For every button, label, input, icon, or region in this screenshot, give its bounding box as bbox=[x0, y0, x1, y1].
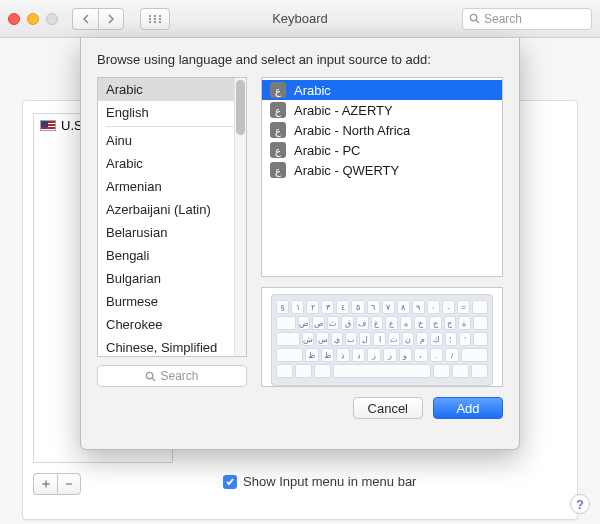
key: ز bbox=[367, 348, 381, 362]
key: ٩ bbox=[412, 300, 425, 314]
svg-point-7 bbox=[154, 21, 156, 23]
zoom-window-button[interactable] bbox=[46, 13, 58, 25]
language-item[interactable]: Ainu bbox=[98, 129, 246, 152]
back-button[interactable] bbox=[72, 8, 98, 30]
key: ١ bbox=[291, 300, 304, 314]
language-list[interactable]: ArabicEnglishAinuArabicArmenianAzerbaija… bbox=[97, 77, 247, 357]
key: ٤ bbox=[336, 300, 349, 314]
toolbar-search-input[interactable]: Search bbox=[462, 8, 592, 30]
key: ف bbox=[356, 316, 369, 330]
arabic-layout-icon: ع bbox=[270, 122, 286, 138]
scrollbar-thumb[interactable] bbox=[236, 80, 245, 135]
key: د bbox=[352, 348, 366, 362]
language-item[interactable]: Arabic bbox=[98, 78, 246, 101]
key: § bbox=[276, 300, 289, 314]
add-input-source-sheet: Browse using language and select an inpu… bbox=[80, 38, 520, 450]
nav-buttons bbox=[72, 8, 124, 30]
key: ' bbox=[459, 332, 471, 346]
key: ض bbox=[298, 316, 311, 330]
search-icon bbox=[145, 371, 156, 382]
show-input-menu-option[interactable]: Show Input menu in menu bar bbox=[223, 474, 416, 489]
key: ة bbox=[458, 316, 471, 330]
show-all-button[interactable] bbox=[140, 8, 170, 30]
minimize-window-button[interactable] bbox=[27, 13, 39, 25]
language-item[interactable]: Arabic bbox=[98, 152, 246, 175]
key: ث bbox=[327, 316, 340, 330]
key: ه bbox=[400, 316, 413, 330]
key: ك bbox=[430, 332, 442, 346]
language-item[interactable]: Armenian bbox=[98, 175, 246, 198]
language-item[interactable]: Cherokee bbox=[98, 313, 246, 336]
arabic-layout-icon: ع bbox=[270, 82, 286, 98]
key: ٢ bbox=[306, 300, 319, 314]
show-input-menu-label: Show Input menu in menu bar bbox=[243, 474, 416, 489]
key: ط bbox=[321, 348, 335, 362]
window-controls bbox=[8, 13, 58, 25]
input-source-candidate[interactable]: عArabic - PC bbox=[262, 140, 502, 160]
key: ظ bbox=[305, 348, 319, 362]
chevron-left-icon bbox=[82, 14, 90, 24]
arabic-layout-icon: ع bbox=[270, 142, 286, 158]
checkbox-checked-icon bbox=[223, 475, 237, 489]
key: ح bbox=[429, 316, 442, 330]
input-source-candidates[interactable]: عArabicعArabic - AZERTYعArabic - North A… bbox=[261, 77, 503, 277]
chevron-right-icon bbox=[107, 14, 115, 24]
key: ٨ bbox=[397, 300, 410, 314]
input-source-candidate-label: Arabic - North Africa bbox=[294, 123, 410, 138]
key: و bbox=[399, 348, 413, 362]
add-button-label: Add bbox=[456, 401, 479, 416]
key: خ bbox=[414, 316, 427, 330]
language-item[interactable]: Belarusian bbox=[98, 221, 246, 244]
key: ا bbox=[373, 332, 385, 346]
svg-point-5 bbox=[159, 18, 161, 20]
help-button[interactable]: ? bbox=[570, 494, 590, 514]
key: = bbox=[457, 300, 470, 314]
sheet-search-placeholder: Search bbox=[160, 369, 198, 383]
language-item[interactable]: Bengali bbox=[98, 244, 246, 267]
key: م bbox=[416, 332, 428, 346]
key: ي bbox=[331, 332, 343, 346]
input-source-candidate[interactable]: عArabic - AZERTY bbox=[262, 100, 502, 120]
key: ٠ bbox=[427, 300, 440, 314]
arabic-layout-icon: ع bbox=[270, 162, 286, 178]
language-item[interactable]: Chinese, Simplified bbox=[98, 336, 246, 357]
forward-button[interactable] bbox=[98, 8, 124, 30]
input-source-candidate-label: Arabic - QWERTY bbox=[294, 163, 399, 178]
add-button[interactable]: Add bbox=[433, 397, 503, 419]
remove-source-button[interactable]: － bbox=[57, 473, 81, 495]
language-item[interactable]: Burmese bbox=[98, 290, 246, 313]
key: . bbox=[430, 348, 444, 362]
input-source-candidate[interactable]: عArabic bbox=[262, 80, 502, 100]
language-item[interactable]: Azerbaijani (Latin) bbox=[98, 198, 246, 221]
svg-point-6 bbox=[149, 21, 151, 23]
add-source-button[interactable]: ＋ bbox=[33, 473, 57, 495]
cancel-button[interactable]: Cancel bbox=[353, 397, 423, 419]
input-source-candidate-label: Arabic - PC bbox=[294, 143, 360, 158]
keyboard-preview: §١٢٣٤٥٦٧٨٩٠-=ضصثقفغعهخحجةشسيبلاتنمك؛'ظطذ… bbox=[261, 287, 503, 387]
language-item[interactable]: English bbox=[98, 101, 246, 124]
sheet-search-input[interactable]: Search bbox=[97, 365, 247, 387]
key: ش bbox=[302, 332, 314, 346]
input-source-candidate[interactable]: عArabic - North Africa bbox=[262, 120, 502, 140]
key: ، bbox=[414, 348, 428, 362]
svg-point-9 bbox=[470, 14, 476, 20]
language-item[interactable]: Bulgarian bbox=[98, 267, 246, 290]
close-window-button[interactable] bbox=[8, 13, 20, 25]
svg-point-3 bbox=[149, 18, 151, 20]
flag-us-icon bbox=[40, 120, 56, 131]
key: س bbox=[316, 332, 328, 346]
input-source-candidate-label: Arabic bbox=[294, 83, 331, 98]
scrollbar-track[interactable] bbox=[234, 78, 246, 356]
input-source-candidate[interactable]: عArabic - QWERTY bbox=[262, 160, 502, 180]
input-source-candidate-label: Arabic - AZERTY bbox=[294, 103, 393, 118]
key: ن bbox=[402, 332, 414, 346]
cancel-button-label: Cancel bbox=[368, 401, 408, 416]
key: ت bbox=[388, 332, 400, 346]
key: ذ bbox=[336, 348, 350, 362]
search-icon bbox=[469, 13, 480, 24]
svg-point-1 bbox=[154, 15, 156, 17]
key: ٣ bbox=[321, 300, 334, 314]
key: ع bbox=[385, 316, 398, 330]
key: - bbox=[442, 300, 455, 314]
sheet-title: Browse using language and select an inpu… bbox=[97, 52, 503, 67]
